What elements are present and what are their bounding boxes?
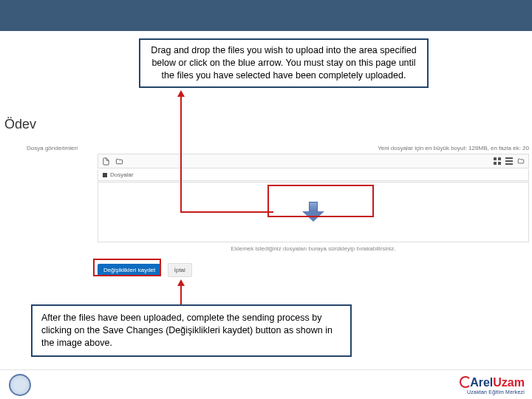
instruction-callout-bottom: After the files have been uploaded, comp… xyxy=(31,304,352,357)
svg-rect-1 xyxy=(498,157,501,160)
svg-rect-2 xyxy=(494,162,497,165)
slide-footer: ArelUzam Uzaktan Eğitim Merkezi xyxy=(0,369,532,399)
dropzone-hint: Eklemek istediğiniz dosyaları buraya sür… xyxy=(98,245,529,252)
save-button[interactable]: Değişiklikleri kaydet xyxy=(98,264,161,276)
add-file-icon[interactable] xyxy=(101,157,110,166)
upload-arrow-icon[interactable] xyxy=(301,202,326,222)
file-toolbar xyxy=(98,154,529,168)
callout-bottom-text: After the files have been uploaded, comp… xyxy=(41,313,332,348)
file-path-row: Dosyalar xyxy=(98,169,529,181)
embedded-screenshot: Ödev Dosya gönderimleri Yeni dosyalar iç… xyxy=(0,108,532,285)
brand-subtitle: Uzaktan Eğitim Merkezi xyxy=(460,389,525,395)
view-grid-icon[interactable] xyxy=(493,157,502,166)
annotation-line xyxy=(180,284,182,304)
svg-rect-6 xyxy=(505,163,513,165)
brand-logo: ArelUzam Uzaktan Eğitim Merkezi xyxy=(460,376,525,395)
file-dropzone[interactable] xyxy=(98,182,529,242)
field-label: Dosya gönderimleri xyxy=(27,145,78,151)
path-text: Dosyalar xyxy=(110,171,134,178)
annotation-line xyxy=(180,95,182,211)
brand-wordmark: ArelUzam xyxy=(460,376,525,389)
svg-rect-3 xyxy=(498,162,501,165)
filesize-hint: Yeni dosyalar için en büyük boyut: 128MB… xyxy=(378,145,529,151)
view-list-icon[interactable] xyxy=(505,157,514,166)
brand-part-uzam: Uzam xyxy=(493,376,525,389)
annotation-arrowhead xyxy=(177,90,185,97)
annotation-line xyxy=(180,211,273,213)
callout-top-text: Drag and drop the files you wish to uplo… xyxy=(151,45,416,81)
svg-rect-5 xyxy=(505,160,513,162)
page-title: Ödev xyxy=(4,117,36,132)
university-seal-icon xyxy=(9,374,31,396)
svg-rect-0 xyxy=(494,157,497,160)
annotation-arrowhead xyxy=(177,279,185,286)
button-row: Değişiklikleri kaydet İptal xyxy=(98,262,192,277)
svg-rect-4 xyxy=(505,157,513,159)
cancel-button[interactable]: İptal xyxy=(168,263,192,277)
instruction-callout-top: Drag and drop the files you wish to uplo… xyxy=(139,38,429,88)
add-folder-icon[interactable] xyxy=(115,157,123,166)
view-tree-icon[interactable] xyxy=(516,157,525,166)
brand-part-arel: Arel xyxy=(470,376,493,389)
slide-header-bar xyxy=(0,0,532,31)
folder-bullet-icon xyxy=(103,173,107,177)
